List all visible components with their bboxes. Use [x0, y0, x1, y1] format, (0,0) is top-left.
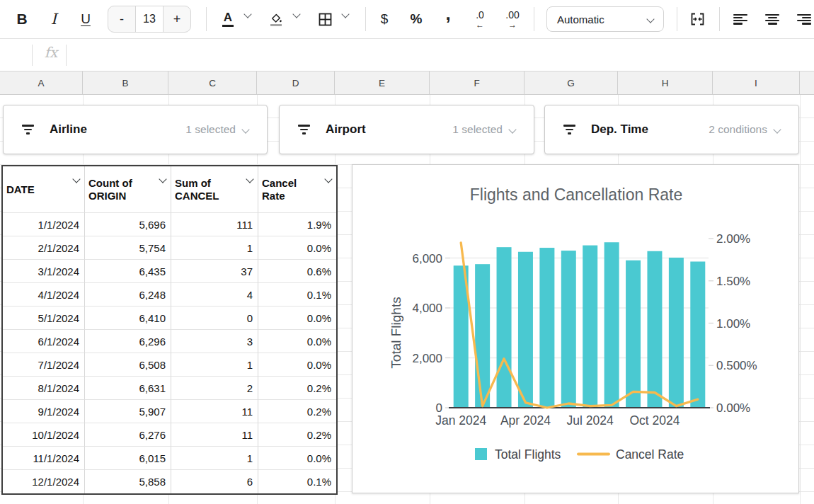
pivot-header-cell[interactable]: DATE — [3, 166, 85, 213]
align-left-button[interactable] — [728, 6, 753, 33]
table-cell[interactable]: 0.0% — [258, 307, 336, 330]
underline-button[interactable]: U — [73, 6, 98, 33]
font-size-decrease-button[interactable]: - — [108, 6, 135, 32]
align-center-button[interactable] — [759, 6, 785, 33]
table-cell[interactable]: 2/1/2024 — [3, 236, 85, 260]
chevron-down-icon[interactable] — [159, 175, 166, 183]
font-size-input[interactable]: 13 — [135, 6, 164, 32]
merge-cells-button[interactable] — [684, 6, 710, 33]
table-cell[interactable]: 5,696 — [85, 213, 171, 236]
table-cell[interactable]: 0.1% — [258, 283, 336, 307]
font-size-increase-button[interactable]: + — [164, 6, 190, 32]
fill-color-dropdown[interactable] — [290, 11, 304, 27]
column-header-G[interactable]: G — [524, 71, 618, 94]
table-cell[interactable]: 0.1% — [258, 470, 336, 493]
filter-card-dep-time[interactable]: Dep. Time 2 conditions — [544, 105, 799, 154]
table-cell[interactable]: 6,508 — [85, 353, 171, 377]
column-header-B[interactable]: B — [83, 71, 168, 94]
chevron-down-icon[interactable] — [241, 125, 249, 133]
table-cell[interactable]: 6,248 — [85, 283, 171, 307]
pivot-header-cell[interactable]: Count of ORIGIN — [85, 166, 171, 213]
table-row: 10/1/20246,276110.2% — [3, 423, 336, 447]
column-header-D[interactable]: D — [257, 71, 335, 94]
filter-card-airline[interactable]: Airline 1 selected — [3, 105, 268, 154]
column-header-A[interactable]: A — [0, 71, 83, 94]
table-cell[interactable]: 6,296 — [85, 330, 171, 353]
table-cell[interactable]: 0.0% — [258, 330, 336, 353]
table-cell[interactable]: 3 — [171, 330, 258, 353]
chevron-down-icon[interactable] — [246, 175, 253, 183]
table-cell[interactable]: 5,907 — [85, 400, 171, 423]
text-color-button[interactable]: A — [215, 6, 241, 33]
sheet-grid[interactable]: Airline 1 selected Airport 1 selected De… — [0, 95, 814, 504]
percent-format-button[interactable]: % — [403, 6, 429, 33]
table-cell[interactable]: 4/1/2024 — [3, 283, 85, 307]
chevron-down-icon[interactable] — [324, 175, 332, 183]
table-cell[interactable]: 1/1/2024 — [3, 213, 85, 236]
table-cell[interactable]: 0.2% — [258, 423, 336, 447]
table-cell[interactable]: 6,410 — [85, 307, 171, 330]
pivot-header-cell[interactable]: Cancel Rate — [258, 166, 336, 213]
chevron-down-icon[interactable] — [72, 175, 80, 183]
table-cell[interactable]: 1 — [171, 236, 258, 260]
table-cell[interactable]: 0.0% — [258, 353, 336, 377]
column-header-H[interactable]: H — [618, 71, 713, 94]
pivot-header-cell[interactable]: Sum of CANCEL — [171, 166, 258, 213]
table-cell[interactable]: 6,015 — [85, 447, 171, 470]
table-cell[interactable]: 2 — [171, 377, 258, 400]
column-header-F[interactable]: F — [430, 71, 524, 94]
currency-format-button[interactable]: $ — [372, 6, 397, 33]
column-header-I[interactable]: I — [713, 71, 800, 94]
table-cell[interactable]: 0.2% — [258, 400, 336, 423]
text-color-dropdown[interactable] — [241, 11, 255, 27]
table-cell[interactable]: 0 — [171, 307, 258, 330]
table-cell[interactable]: 0.2% — [258, 377, 336, 400]
table-cell[interactable]: 8/1/2024 — [3, 377, 85, 400]
table-cell[interactable]: 0.0% — [258, 236, 336, 260]
formula-input[interactable] — [74, 42, 808, 67]
table-cell[interactable]: 1 — [171, 447, 258, 470]
table-cell[interactable]: 111 — [171, 213, 258, 236]
table-cell[interactable]: 6,631 — [85, 377, 171, 400]
table-cell[interactable]: 6,435 — [85, 260, 171, 283]
table-cell[interactable]: 6 — [171, 470, 258, 493]
table-cell[interactable]: 4 — [171, 283, 258, 307]
table-cell[interactable]: 0.0% — [258, 447, 336, 470]
align-right-button[interactable] — [791, 6, 814, 33]
borders-button[interactable] — [312, 6, 338, 33]
filter-card-airport[interactable]: Airport 1 selected — [279, 105, 534, 154]
table-cell[interactable]: 0.6% — [258, 260, 336, 283]
table-cell[interactable]: 6/1/2024 — [3, 330, 85, 353]
table-cell[interactable]: 37 — [171, 260, 258, 283]
number-format-select[interactable]: Automatic — [546, 6, 664, 32]
chart-card[interactable]: Flights and Cancellation Rate6,0004,0002… — [352, 164, 799, 493]
table-cell[interactable]: 6,276 — [85, 423, 171, 447]
table-cell[interactable]: 9/1/2024 — [3, 400, 85, 423]
table-cell[interactable]: 11 — [171, 400, 258, 423]
font-size-stepper: - 13 + — [108, 6, 191, 33]
chevron-down-icon[interactable] — [508, 125, 516, 133]
bold-button[interactable]: B — [9, 6, 35, 33]
fill-color-button[interactable] — [263, 6, 289, 33]
table-cell[interactable]: 11 — [171, 423, 258, 447]
table-cell[interactable]: 5,858 — [85, 470, 171, 493]
chevron-down-icon — [292, 10, 300, 18]
column-header-C[interactable]: C — [168, 71, 257, 94]
table-cell[interactable]: 5,754 — [85, 236, 171, 260]
increase-decimal-button[interactable]: .00 → — [500, 6, 525, 33]
borders-dropdown[interactable] — [338, 11, 352, 27]
chevron-down-icon[interactable] — [773, 125, 781, 133]
table-cell[interactable]: 7/1/2024 — [3, 353, 85, 377]
table-cell[interactable]: 12/1/2024 — [3, 470, 85, 493]
table-cell[interactable]: 1 — [171, 353, 258, 377]
decrease-decimal-button[interactable]: .0 ← — [467, 6, 493, 33]
table-cell[interactable]: 10/1/2024 — [3, 423, 85, 447]
column-header-E[interactable]: E — [335, 71, 430, 94]
table-cell[interactable]: 3/1/2024 — [3, 260, 85, 283]
comma-format-button[interactable]: , — [435, 6, 461, 33]
left-axis-tick-label: 6,000 — [412, 252, 442, 265]
table-cell[interactable]: 1.9% — [258, 213, 336, 236]
italic-button[interactable]: I — [41, 6, 67, 33]
table-cell[interactable]: 11/1/2024 — [3, 447, 85, 470]
table-cell[interactable]: 5/1/2024 — [3, 307, 85, 330]
